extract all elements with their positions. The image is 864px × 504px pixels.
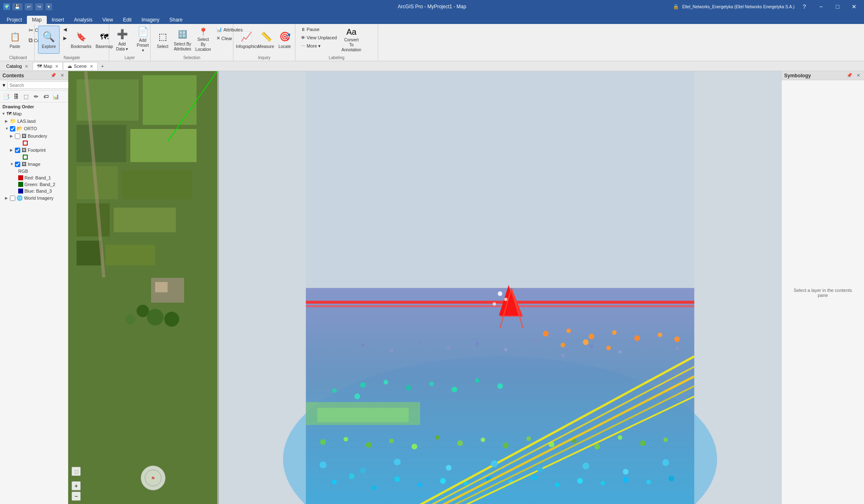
draw-order-btn[interactable]: 📑: [2, 92, 11, 101]
scene-tab[interactable]: ⛰ Scene ✕: [63, 62, 97, 70]
layer-item-map[interactable]: ▼ 🗺 Map: [0, 110, 68, 117]
add-tab-button[interactable]: +: [99, 62, 106, 70]
snapping-btn[interactable]: ✏: [31, 92, 41, 101]
compass-n: N: [152, 476, 155, 480]
tab-map[interactable]: Map: [27, 16, 46, 24]
layer-item-las[interactable]: ▶ 📁 LAS.lasd: [0, 117, 68, 125]
panel-close-button[interactable]: ✕: [59, 72, 65, 79]
layer-item-boundary[interactable]: ▶ 🖼 Boundery: [0, 132, 68, 140]
tab-edit[interactable]: Edit: [118, 16, 137, 24]
scene-close[interactable]: ✕: [90, 64, 93, 69]
view-unplaced-button[interactable]: 👁 View Unplaced: [299, 34, 339, 41]
nav-expand-button[interactable]: ⬚: [72, 467, 81, 476]
red-band-item: Red: Band_1: [0, 174, 68, 181]
boundary-arrow[interactable]: ▶: [10, 134, 15, 138]
scene-right[interactable]: [219, 71, 781, 504]
svg-point-93: [561, 354, 564, 357]
catalog-close[interactable]: ✕: [25, 64, 28, 69]
measure-button[interactable]: 📏 Measure: [257, 26, 275, 54]
maximize-button[interactable]: □: [831, 2, 844, 12]
layer-item-world-imagery[interactable]: ▶ 🌐 World Imagery: [0, 194, 68, 202]
tab-share[interactable]: Share: [164, 16, 187, 24]
boundary-checkbox[interactable]: [15, 134, 20, 139]
layer-item-orto[interactable]: ▼ 📂 ORTO: [0, 125, 68, 132]
footprint-arrow[interactable]: ▶: [10, 148, 15, 152]
search-input[interactable]: [7, 81, 69, 89]
select-by-attributes-button[interactable]: 🔠 Select ByAttributes: [173, 26, 192, 54]
locate-button[interactable]: 🎯 Locate: [276, 26, 293, 54]
catalog-tab[interactable]: Catalog ✕: [2, 62, 33, 70]
svg-point-90: [475, 342, 479, 346]
data-source-btn[interactable]: 🗄: [12, 92, 21, 101]
quick-access-save[interactable]: 💾: [12, 3, 22, 10]
orto-checkbox[interactable]: [10, 126, 15, 131]
more-button[interactable]: ⋯ More ▾: [299, 42, 339, 50]
zoom-in-button[interactable]: +: [72, 481, 81, 490]
green-band-item: Green: Band_2: [0, 181, 68, 188]
select-by-location-button[interactable]: 📍 Select ByLocation: [194, 26, 213, 54]
map-tab[interactable]: 🗺 Map ✕: [33, 62, 63, 70]
select-by-location-label: Select ByLocation: [195, 37, 211, 52]
las-arrow[interactable]: ▶: [5, 119, 10, 123]
svg-rect-4: [130, 129, 197, 162]
help-button[interactable]: ?: [798, 2, 811, 12]
tab-project[interactable]: Project: [2, 16, 27, 24]
symbology-message: Select a layer in the contents pane: [782, 80, 864, 504]
svg-point-74: [606, 346, 611, 350]
search-bar: ▼ 🔍: [0, 80, 68, 91]
footprint-checkbox[interactable]: [15, 148, 20, 153]
selection-btn[interactable]: ⬚: [22, 92, 31, 101]
tab-view[interactable]: View: [97, 16, 118, 24]
svg-point-67: [588, 334, 594, 339]
symbology-close-button[interactable]: ✕: [855, 72, 862, 79]
orto-arrow[interactable]: ▼: [5, 127, 10, 131]
map-close[interactable]: ✕: [55, 64, 58, 69]
clipboard-label: Clipboard: [2, 55, 34, 60]
bookmarks-button[interactable]: 🔖 Bookmarks: [70, 26, 92, 54]
map-left[interactable]: ⬚ + − N: [68, 71, 217, 504]
svg-point-52: [640, 440, 646, 446]
svg-point-71: [674, 337, 680, 342]
explore-button[interactable]: 🔍 Explore: [38, 26, 60, 54]
zoom-out-button[interactable]: −: [72, 492, 81, 501]
infographics-button[interactable]: 📈 Infographics: [237, 26, 256, 54]
cut-icon: ✂: [29, 27, 34, 33]
add-data-button[interactable]: ➕ AddData ▾: [113, 26, 132, 54]
label-btn[interactable]: 🏷: [41, 92, 50, 101]
tab-imagery[interactable]: Imagery: [137, 16, 164, 24]
nav-forward-button[interactable]: ▶: [61, 34, 69, 42]
convert-to-annotation-button[interactable]: Aa Convert ToAnnotation: [341, 26, 362, 54]
image-arrow[interactable]: ▼: [10, 162, 15, 166]
svg-point-27: [440, 478, 446, 484]
svg-point-95: [618, 350, 622, 354]
aerial-svg: [68, 71, 217, 504]
svg-rect-6: [122, 170, 192, 199]
tab-analysis[interactable]: Analysis: [69, 16, 98, 24]
locate-label: Locate: [278, 44, 291, 49]
quick-access-undo[interactable]: ↩: [25, 3, 33, 10]
layer-item-footprint[interactable]: ▶ 🖼 Footprint: [0, 146, 68, 154]
map-arrow[interactable]: ▼: [2, 112, 7, 116]
layer-content: ➕ AddData ▾ 📄 AddPreset ▾: [113, 26, 152, 60]
svg-point-22: [332, 480, 337, 484]
paste-button[interactable]: 📋 Paste: [5, 26, 25, 54]
panel-pin-button[interactable]: 📌: [49, 72, 58, 79]
nav-back-button[interactable]: ◀: [61, 26, 69, 33]
close-button[interactable]: ✕: [847, 2, 861, 12]
add-preset-button[interactable]: 📄 AddPreset ▾: [133, 26, 152, 54]
pause-button[interactable]: ⏸ Pause: [299, 26, 339, 33]
tab-insert[interactable]: Insert: [47, 16, 69, 24]
select-button[interactable]: ⬚ Select: [154, 26, 171, 54]
customize-quick-access[interactable]: ▾: [46, 3, 52, 10]
add-data-label: AddData ▾: [116, 42, 128, 52]
quick-access-redo[interactable]: ↪: [35, 3, 43, 10]
world-imagery-arrow[interactable]: ▶: [5, 196, 10, 200]
symbology-pin-button[interactable]: 📌: [845, 72, 854, 79]
charts-btn[interactable]: 📊: [51, 92, 60, 101]
selection-label: Selection: [151, 55, 233, 60]
layer-item-image[interactable]: ▼ 🖼 Image: [0, 160, 68, 168]
minimize-button[interactable]: −: [814, 2, 828, 12]
image-checkbox[interactable]: [15, 162, 20, 167]
inquiry-label: Inquiry: [233, 55, 295, 60]
world-imagery-checkbox[interactable]: [10, 196, 15, 201]
